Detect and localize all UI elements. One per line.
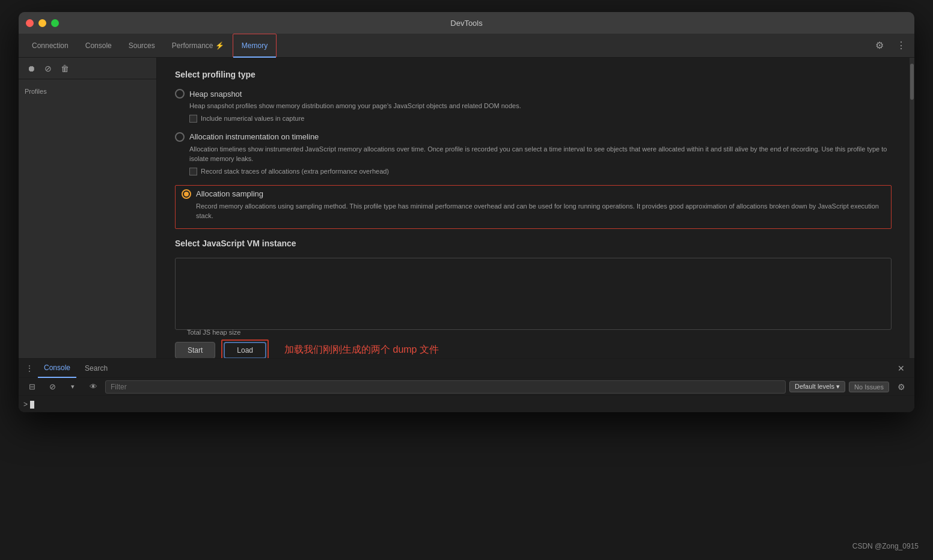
tab-search[interactable]: Search (79, 359, 114, 378)
console-more-icon[interactable]: ⋮ (23, 364, 35, 373)
console-panel: ⋮ Console Search ✕ ⊟ ⊘ ▾ 👁 Default level… (19, 358, 914, 412)
stop-button[interactable]: ⊘ (41, 62, 55, 75)
load-button[interactable]: Load (224, 342, 266, 359)
allocation-instrumentation-checkbox-label: Record stack traces of allocations (extr… (201, 168, 389, 175)
heap-snapshot-option: Heap snapshot Heap snapshot profiles sho… (175, 89, 892, 123)
vm-instance-box (175, 258, 892, 330)
allocation-instrumentation-checkbox[interactable] (189, 168, 197, 175)
close-button[interactable] (26, 19, 34, 27)
content-wrapper: Select profiling type Heap snapshot Heap… (157, 58, 914, 358)
heap-snapshot-radio-row[interactable]: Heap snapshot (175, 89, 892, 99)
sidebar-toolbar: ⏺ ⊘ 🗑 (19, 58, 156, 79)
allocation-sampling-desc: Record memory allocations using sampling… (196, 201, 885, 221)
main-layout: ⏺ ⊘ 🗑 Profiles Select profiling type Hea… (19, 58, 914, 358)
devtools-window: DevTools Connection Console Sources Perf… (19, 12, 914, 412)
allocation-instrumentation-checkbox-row[interactable]: Record stack traces of allocations (extr… (189, 168, 892, 175)
minimize-button[interactable] (38, 19, 46, 27)
allocation-sampling-label: Allocation sampling (196, 189, 263, 198)
heap-snapshot-desc: Heap snapshot profiles show memory distr… (189, 101, 892, 111)
allocation-instrumentation-radio[interactable] (175, 132, 185, 142)
dropdown-arrow-icon[interactable]: ▾ (64, 379, 81, 395)
settings-icon[interactable]: ⚙ (871, 37, 888, 54)
profiling-type-title: Select profiling type (175, 70, 892, 79)
tab-console-bottom[interactable]: Console (38, 359, 76, 378)
heap-snapshot-checkbox[interactable] (189, 115, 197, 123)
allocation-sampling-radio-row[interactable]: Allocation sampling (182, 189, 885, 199)
window-title: DevTools (450, 19, 482, 28)
load-box: Load (221, 339, 269, 359)
eye-icon[interactable]: 👁 (85, 379, 102, 395)
tab-console-top[interactable]: Console (77, 34, 120, 58)
block-icon[interactable]: ⊘ (44, 379, 61, 395)
annotation-text: 加载我们刚刚生成的两个 dump 文件 (284, 344, 439, 356)
filter-input[interactable] (105, 380, 786, 394)
heap-snapshot-checkbox-row[interactable]: Include numerical values in capture (189, 115, 892, 123)
console-settings-icon[interactable]: ⚙ (893, 379, 910, 395)
console-input-row: > (19, 396, 914, 412)
tab-sources[interactable]: Sources (120, 34, 164, 58)
heap-snapshot-checkbox-label: Include numerical values in capture (201, 115, 304, 122)
allocation-instrumentation-radio-row[interactable]: Allocation instrumentation on timeline (175, 132, 892, 142)
vm-instance-title: Select JavaScript VM instance (175, 239, 892, 248)
maximize-button[interactable] (51, 19, 59, 27)
allocation-instrumentation-label: Allocation instrumentation on timeline (189, 132, 319, 141)
scrollbar-track[interactable] (910, 58, 914, 358)
console-toolbar: ⊟ ⊘ ▾ 👁 Default levels ▾ No Issues ⚙ (19, 378, 914, 396)
console-close-icon[interactable]: ✕ (893, 360, 910, 377)
bottom-bar: Total JS heap size Start Load 加载我们刚刚生成的两… (175, 339, 892, 359)
console-prompt: > (23, 400, 28, 409)
sidebar: ⏺ ⊘ 🗑 Profiles (19, 58, 157, 358)
default-levels-button[interactable]: Default levels ▾ (789, 381, 845, 392)
sidebar-content: Profiles (19, 79, 156, 358)
vm-instance-section: Select JavaScript VM instance (175, 239, 892, 330)
tab-performance[interactable]: Performance ⚡ (164, 34, 233, 58)
clear-button[interactable]: 🗑 (58, 62, 72, 75)
tabbar-icons: ⚙ ⋮ (871, 37, 910, 54)
watermark: CSDN @Zong_0915 (852, 542, 919, 550)
sidebar-profiles-title: Profiles (25, 85, 150, 97)
tabbar: Connection Console Sources Performance ⚡… (19, 34, 914, 58)
record-button[interactable]: ⏺ (25, 62, 38, 75)
content-area: Select profiling type Heap snapshot Heap… (157, 58, 910, 358)
heap-size-label: Total JS heap size (187, 329, 240, 336)
tab-connection[interactable]: Connection (23, 34, 77, 58)
heap-snapshot-label: Heap snapshot (189, 90, 242, 99)
allocation-instrumentation-desc: Allocation timelines show instrumented J… (189, 144, 892, 164)
allocation-sampling-box: Allocation sampling Record memory alloca… (175, 185, 892, 229)
console-tabbar: ⋮ Console Search ✕ (19, 359, 914, 378)
scrollbar-thumb[interactable] (910, 64, 914, 100)
start-button[interactable]: Start (175, 342, 215, 359)
tab-memory[interactable]: Memory (233, 34, 277, 58)
sidebar-toggle-icon[interactable]: ⊟ (23, 379, 40, 395)
heap-snapshot-radio[interactable] (175, 89, 185, 99)
more-options-icon[interactable]: ⋮ (893, 37, 910, 54)
console-cursor (30, 401, 34, 409)
titlebar: DevTools (19, 12, 914, 34)
allocation-sampling-radio[interactable] (182, 189, 191, 199)
allocation-instrumentation-option: Allocation instrumentation on timeline A… (175, 132, 892, 175)
no-issues-button[interactable]: No Issues (849, 382, 889, 392)
traffic-lights (26, 19, 59, 27)
